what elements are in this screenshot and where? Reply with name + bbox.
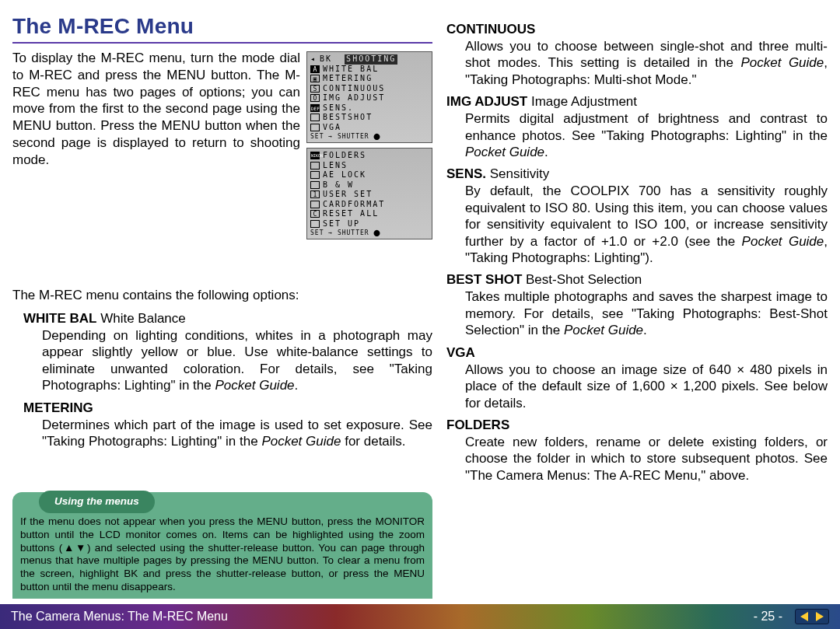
menu-label: SET UP <box>323 219 360 229</box>
menu-icon: ▣ <box>310 75 320 82</box>
intro-text: To display the M-REC menu, turn the mode… <box>12 50 300 168</box>
title-rule <box>12 42 432 44</box>
menu-icon: A <box>310 65 320 73</box>
menu-label: RESET ALL <box>323 209 379 219</box>
desc-best-shot: Takes multiple photographs and saves the… <box>465 288 828 338</box>
desc-folders: Create new folders, rename or delete exi… <box>465 434 828 484</box>
nav-arrows[interactable] <box>795 609 829 624</box>
contains-text: The M-REC menu contains the following op… <box>12 288 432 303</box>
heading-continuous: CONTINUOUS <box>446 22 828 37</box>
menu-label: USER SET <box>323 190 373 200</box>
desc-continuous: Allows you to choose between single-shot… <box>465 38 828 88</box>
menu-label: CARDFORMAT <box>323 200 385 210</box>
heading-sens: SENS. Sensitivity <box>446 166 828 182</box>
screen-foot: SET → SHUTTER ⬤ <box>310 133 429 141</box>
desc-metering: Determines which part of the image is us… <box>42 417 432 450</box>
heading-img-adjust: IMG ADJUST Image Adjustment <box>446 94 828 110</box>
menu-icon <box>310 114 320 121</box>
lcd-screen-2: NIKONFOLDERS LENS AE LOCK B & W 1USER SE… <box>306 148 432 239</box>
tip-tab: Using the menus <box>39 491 155 513</box>
menu-label: AE LOCK <box>323 170 366 180</box>
right-column: CONTINUOUS Allows you to choose between … <box>446 14 828 599</box>
menu-label: METERING <box>323 74 373 84</box>
menu-label: CONTINUOUS <box>323 84 385 94</box>
desc-vga: Allows you to choose an image size of 64… <box>465 362 828 411</box>
desc-sens: By default, the COOLPIX 700 has a sensit… <box>465 183 828 266</box>
menu-icon: S <box>310 85 320 93</box>
menu-label: IMG ADJUST <box>323 93 385 103</box>
tip-body: If the menu does not appear when you pre… <box>20 515 425 594</box>
page-number: - 25 - <box>754 610 782 624</box>
menu-icon: O <box>310 94 320 102</box>
intro-wrap: To display the M-REC menu, turn the mode… <box>12 50 432 283</box>
brand-icon: NIKON <box>310 152 320 159</box>
arrow-left-icon[interactable] <box>799 610 811 623</box>
menu-icon <box>310 162 320 169</box>
heading-metering: METERING <box>23 400 432 416</box>
page-body: The M-REC Menu To display the M-REC menu… <box>0 0 840 599</box>
heading-folders: FOLDERS <box>446 418 828 433</box>
menu-label: B & W <box>323 180 354 190</box>
menu-icon <box>310 124 320 131</box>
menu-icon: 1 <box>310 190 320 198</box>
bk-label: BK <box>320 54 332 65</box>
page-footer: The Camera Menus: The M-REC Menu - 25 - <box>0 604 840 629</box>
menu-label: WHITE BAL <box>323 65 379 75</box>
menu-icon: DEF <box>310 104 320 112</box>
arrow-right-icon[interactable] <box>813 610 825 623</box>
heading-white-bal: WHITE BAL White Balance <box>23 311 432 327</box>
menu-icon <box>310 181 320 189</box>
svg-marker-0 <box>800 612 808 621</box>
heading-best-shot: BEST SHOT Best-Shot Selection <box>446 272 828 288</box>
left-column: The M-REC Menu To display the M-REC menu… <box>12 14 432 599</box>
desc-white-bal: Depending on lighting conditions, whites… <box>42 327 432 394</box>
svg-marker-1 <box>816 612 824 621</box>
menu-label: FOLDERS <box>323 151 366 161</box>
page-title: The M-REC Menu <box>12 14 432 39</box>
footer-breadcrumb: The Camera Menus: The M-REC Menu <box>11 610 228 624</box>
menu-icon <box>310 201 320 208</box>
menu-label: SENS. <box>323 103 354 114</box>
tip-box: Using the menus If the menu does not app… <box>12 492 432 599</box>
menu-icon: C <box>310 210 320 218</box>
menu-label: BESTSHOT <box>323 113 373 123</box>
lcd-screenshots: ◂BK SHOOTING AWHITE BAL ▣METERING SCONTI… <box>306 51 432 239</box>
menu-icon <box>310 220 320 228</box>
menu-label: LENS <box>323 161 348 171</box>
menu-icon <box>310 171 320 179</box>
lcd-screen-1: ◂BK SHOOTING AWHITE BAL ▣METERING SCONTI… <box>306 51 432 143</box>
screen-foot: SET → SHUTTER ⬤ <box>310 229 429 237</box>
menu-label: VGA <box>323 123 341 133</box>
screen-header: SHOOTING <box>345 54 397 65</box>
heading-vga: VGA <box>446 345 828 361</box>
desc-img-adjust: Permits digital adjustment of brightness… <box>465 110 828 160</box>
